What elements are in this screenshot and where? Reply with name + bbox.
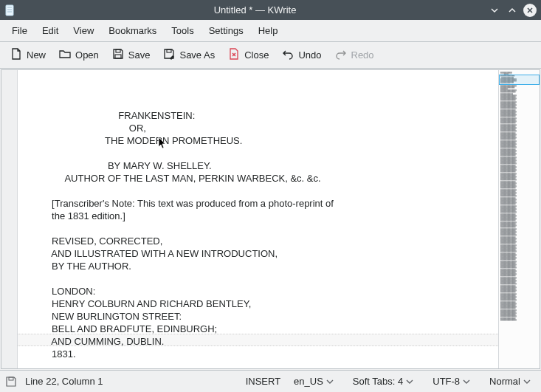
editor-content: FRANKENSTEIN: OR, THE MODERN PROMETHEUS.… <box>38 109 494 368</box>
save-as-label: Save As <box>179 49 215 61</box>
new-button[interactable]: New <box>4 45 52 65</box>
new-file-icon <box>10 48 22 62</box>
window-title: Untitled * — KWrite <box>22 4 488 16</box>
statusbar: Line 22, Column 1 INSERT en_US Soft Tabs… <box>0 370 541 392</box>
maximize-button[interactable] <box>506 4 519 17</box>
text-editor[interactable]: FRANKENSTEIN: OR, THE MODERN PROMETHEUS.… <box>18 70 498 368</box>
redo-label: Redo <box>351 49 374 61</box>
save-as-icon <box>163 48 175 62</box>
indent-label: Soft Tabs: 4 <box>353 376 403 387</box>
open-label: Open <box>75 49 99 61</box>
editor-area: FRANKENSTEIN: OR, THE MODERN PROMETHEUS.… <box>1 69 540 369</box>
open-button[interactable]: Open <box>53 45 105 65</box>
menu-bookmarks[interactable]: Bookmarks <box>101 22 164 39</box>
encoding-label: UTF-8 <box>433 376 460 387</box>
save-icon <box>112 48 124 62</box>
menu-edit[interactable]: Edit <box>35 22 66 39</box>
minimap[interactable]: ▓▓▓▓▓▓▓▓▓▓▓▓▓ ░░░░▓▓▓▓▓░░░░ ▓▓▓▓▓▓▓▓▓▓▓▓… <box>498 70 540 368</box>
undo-icon <box>282 48 294 62</box>
svg-rect-0 <box>6 5 13 16</box>
toolbar: New Open Save Save As Close Undo Redo <box>0 42 541 69</box>
undo-label: Undo <box>298 49 321 61</box>
redo-icon <box>335 48 347 62</box>
menu-tools[interactable]: Tools <box>164 22 201 39</box>
insert-mode[interactable]: INSERT <box>246 376 280 387</box>
gutter[interactable] <box>1 70 18 368</box>
new-label: New <box>27 49 46 61</box>
open-folder-icon <box>59 48 71 62</box>
minimap-viewport[interactable] <box>499 75 540 85</box>
chevron-down-icon <box>463 378 470 385</box>
locale-label: en_US <box>294 376 323 387</box>
chevron-down-icon <box>523 378 531 385</box>
minimap-content: ▓▓▓▓▓▓▓▓▓▓▓▓▓ ░░░░▓▓▓▓▓░░░░ ▓▓▓▓▓▓▓▓▓▓▓▓… <box>499 70 540 322</box>
menubar: File Edit View Bookmarks Tools Settings … <box>0 20 541 42</box>
save-button[interactable]: Save <box>106 45 156 65</box>
svg-rect-5 <box>115 55 121 58</box>
cursor-position[interactable]: Line 22, Column 1 <box>25 376 103 387</box>
indent-combo[interactable]: Soft Tabs: 4 <box>347 374 419 388</box>
close-button[interactable]: Close <box>222 45 275 65</box>
mode-combo[interactable]: Normal <box>483 374 537 388</box>
redo-button: Redo <box>329 45 380 65</box>
chevron-down-icon <box>406 378 413 385</box>
save-label: Save <box>128 49 151 61</box>
undo-button[interactable]: Undo <box>276 45 327 65</box>
menu-view[interactable]: View <box>66 22 101 39</box>
close-window-button[interactable] <box>523 4 537 17</box>
menu-file[interactable]: File <box>4 22 35 39</box>
close-label: Close <box>244 49 269 61</box>
encoding-combo[interactable]: UTF-8 <box>427 374 476 388</box>
menu-help[interactable]: Help <box>251 22 286 39</box>
svg-rect-7 <box>9 377 13 380</box>
save-as-button[interactable]: Save As <box>157 45 221 65</box>
app-icon <box>4 4 16 16</box>
titlebar: Untitled * — KWrite <box>0 0 541 20</box>
modified-indicator-icon[interactable] <box>4 375 18 388</box>
locale-combo[interactable]: en_US <box>288 374 340 388</box>
minimize-button[interactable] <box>488 4 501 17</box>
mode-label: Normal <box>489 376 520 387</box>
chevron-down-icon <box>326 378 334 385</box>
menu-settings[interactable]: Settings <box>201 22 251 39</box>
close-file-icon <box>228 48 240 62</box>
